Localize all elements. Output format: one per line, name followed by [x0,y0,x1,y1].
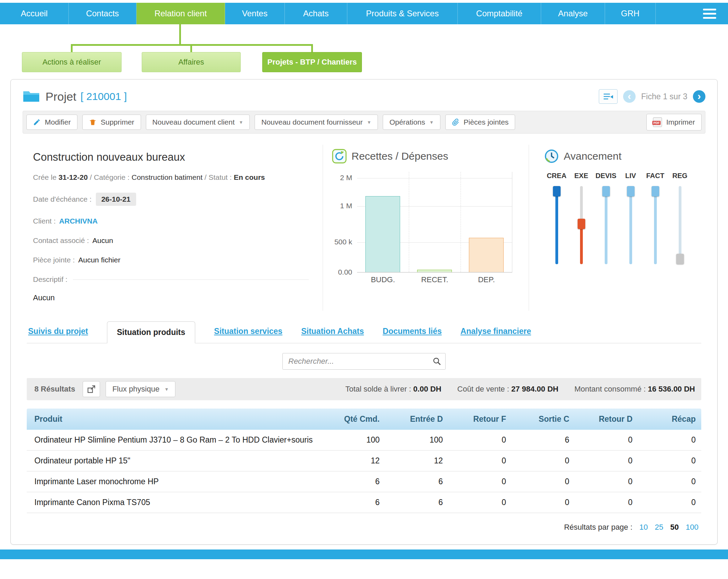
chevron-down-icon: ▼ [239,120,243,125]
operations-dropdown[interactable]: Opérations ▼ [383,115,440,130]
pdf-icon: PDF [653,117,662,127]
chevron-down-icon: ▼ [367,120,371,125]
cell-retour-d: 0 [575,471,638,492]
search-input[interactable] [282,353,446,370]
top-navigation: Accueil Contacts Relation client Ventes … [0,3,728,24]
column-header-entree-d: Entrée D [385,409,448,430]
tab-situation-produits[interactable]: Situation produits [107,321,196,343]
record-toolbar: Modifier Supprimer Nouveau document clie… [23,111,705,134]
search-icon[interactable] [432,357,441,367]
cell-recap: 0 [638,451,701,471]
tab-situation-services[interactable]: Situation services [214,327,282,343]
next-record-button[interactable]: › [693,90,705,103]
supprimer-button[interactable]: Supprimer [82,115,141,130]
bar-dep [469,238,504,272]
project-meta: Crée le 31-12-20 / Catégorie : Construct… [33,173,309,182]
record-header: Projet [ 210001 ] ‹ Fiche 1 sur 3 › [17,85,711,109]
project-details-section: Construction nouveaux bureaux Crée le 31… [17,145,711,311]
recettes-depenses-column: Recettes / Dépenses 2 M 1 M 500 k 0.00 [323,145,529,311]
bar-budg [365,196,400,272]
previous-record-button[interactable]: ‹ [623,90,636,103]
tab-situation-achats[interactable]: Situation Achats [301,327,364,343]
slider-label: FACT [643,172,668,180]
status-value: En cours [234,173,265,181]
tab-analyse-financiere[interactable]: Analyse financiere [461,327,531,343]
nav-item-ventes[interactable]: Ventes [225,3,285,24]
results-bar: 8 Résultats Flux physique ▼ Total solde … [27,378,701,400]
column-header-qte-cmd: Qté Cmd. [322,409,385,430]
page-title: Projet [46,90,76,103]
pager-text: Fiche 1 sur 3 [641,92,687,101]
modifier-button[interactable]: Modifier [26,115,77,130]
flux-physique-dropdown[interactable]: Flux physique ▼ [106,381,175,397]
cell-retour-d: 0 [575,492,638,513]
slider-handle[interactable] [578,219,585,229]
page-size-10[interactable]: 10 [639,523,648,532]
cell-entree-d: 6 [385,492,448,513]
nav-item-relation-client[interactable]: Relation client [136,3,225,24]
paperclip-icon [452,118,460,126]
cell-sortie-c: 0 [512,492,575,513]
created-value: 31-12-20 [59,173,88,181]
cell-retour-d: 0 [575,430,638,451]
nav-item-grh[interactable]: GRH [605,3,656,24]
page-size-100[interactable]: 100 [686,523,698,532]
nouveau-document-fournisseur-dropdown[interactable]: Nouveau document fournisseur ▼ [255,115,378,130]
slider-handle[interactable] [652,186,659,196]
imprimer-label: Imprimer [666,118,695,126]
hamburger-menu-icon[interactable] [703,6,716,21]
slider-reg: REG [668,172,692,267]
table-row[interactable]: Ordinateur portable HP 15" 12 12 0 0 0 0 [27,451,701,471]
status-label: Statut : [209,173,232,181]
due-date-label: Date d'échéance : [33,195,92,203]
nav-item-contacts[interactable]: Contacts [69,3,136,24]
slider-fill [654,191,657,264]
subnav-connector-line [190,44,192,52]
cell-sortie-c: 0 [512,451,575,471]
column-header-retour-d: Retour D [575,409,638,430]
y-axis-tick: 0.00 [332,268,352,276]
slider-handle[interactable] [676,254,684,264]
contact-value: Aucun [92,236,113,245]
nav-item-accueil[interactable]: Accueil [0,3,69,24]
table-row[interactable]: Imprimante Laser monochrome HP 6 6 0 0 0… [27,471,701,492]
client-link[interactable]: ARCHIVNA [59,217,98,225]
chevron-down-icon: ▼ [429,120,434,125]
nav-item-produits-services[interactable]: Produits & Services [347,3,458,24]
subnav-item-actions-a-realiser[interactable]: Actions à réaliser [22,52,122,72]
metric-cout-vente: Coût de vente : 27 984.00 DH [457,385,559,394]
tab-documents-lies[interactable]: Documents liés [383,327,442,343]
subnav-item-affaires[interactable]: Affaires [142,52,241,72]
imprimer-button[interactable]: PDF Imprimer [646,114,702,131]
slider-liv: LIV [618,172,643,267]
pencil-icon [33,118,41,126]
nav-item-analyse[interactable]: Analyse [541,3,605,24]
nav-item-achats[interactable]: Achats [285,3,347,24]
detail-tabs: Suivis du projet Situation produits Situ… [27,321,701,343]
table-row[interactable]: Imprimante Canon Pixma TS705 6 6 0 0 0 0 [27,492,701,513]
cell-produit: Ordinateur HP Slimline Pentium J3710 – 8… [27,430,322,451]
pieces-jointes-label: Pièces jointes [464,118,509,126]
nouveau-document-client-dropdown[interactable]: Nouveau document client ▼ [146,115,250,130]
cell-recap: 0 [638,492,701,513]
cell-entree-d: 12 [385,451,448,471]
table-row[interactable]: Ordinateur HP Slimline Pentium J3710 – 8… [27,430,701,451]
x-axis-labels: BUDG. RECET. DEP. [357,275,512,284]
cell-sortie-c: 0 [512,471,575,492]
nav-item-comptabilite[interactable]: Comptabilité [458,3,541,24]
contact-label: Contact associé : [33,236,89,245]
slider-handle[interactable] [602,186,610,196]
page-size-50[interactable]: 50 [670,523,679,532]
subnav-item-projets-btp-chantiers[interactable]: Projets - BTP / Chantiers [262,52,362,72]
export-button[interactable] [83,381,100,397]
chart-title: Recettes / Dépenses [351,150,448,162]
slider-handle[interactable] [553,186,561,196]
slider-handle[interactable] [627,186,635,196]
back-to-list-button[interactable] [599,89,618,104]
project-title: Construction nouveaux bureaux [33,151,309,163]
client-label: Client : [33,217,56,225]
footer-bar [0,549,728,559]
pieces-jointes-button[interactable]: Pièces jointes [445,115,515,130]
page-size-25[interactable]: 25 [655,523,663,532]
tab-suivis-du-projet[interactable]: Suivis du projet [28,327,88,343]
